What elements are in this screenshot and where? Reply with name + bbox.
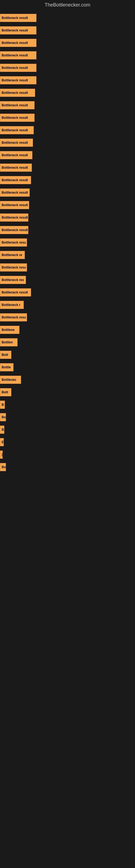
bar-row: E — [0, 437, 135, 447]
bottleneck-bar: Bo — [0, 463, 6, 471]
bar-label: Bottleneck result — [2, 203, 28, 207]
bar-row: Bottleneck result — [0, 125, 135, 135]
bar-row: Bott — [0, 350, 135, 360]
bar-label: Bottleneck result — [2, 103, 28, 107]
bar-label: Bottleneck result — [2, 66, 28, 70]
bottleneck-bar: Bottleneck res — [0, 276, 26, 284]
bottleneck-bar: Bottleneck result — [0, 138, 33, 147]
bar-label: Bottleneck result — [2, 116, 28, 120]
bar-label: Bottleneck resu — [2, 241, 26, 244]
bar-row: Bott — [0, 387, 135, 397]
bar-row: Bottleneck r — [0, 300, 135, 310]
bar-label: E — [2, 440, 3, 444]
bottleneck-bar: Bott — [0, 388, 11, 396]
site-title: TheBottlenecker.com — [0, 0, 135, 10]
bar-row: Bottleneck result — [0, 88, 135, 98]
bottleneck-bar: Bottleneck r — [0, 301, 24, 309]
bar-label: Bottleneck result — [2, 91, 28, 95]
bar-label: Bottleneck result — [2, 41, 28, 45]
bar-label: Bo — [2, 415, 6, 419]
bottleneck-bar: Bottlen — [0, 338, 17, 346]
bottleneck-bar: Bottleneck result — [0, 89, 35, 97]
bar-label: Bottleneck result — [2, 29, 28, 32]
bar-label: Bottleneck result — [2, 79, 28, 82]
bottleneck-bar: Bott — [0, 351, 11, 359]
bottleneck-bar: Bottlene — [0, 326, 19, 334]
bar-label: Bottleneck result — [2, 216, 28, 219]
bar-label: Bottleneck result — [2, 191, 28, 194]
bottleneck-bar: Bottleneck result — [0, 163, 32, 172]
bar-label: | — [2, 453, 2, 457]
bottleneck-bar: Bottleneck result — [0, 114, 35, 122]
bar-row: Bottle — [0, 362, 135, 372]
bottleneck-bar: Bottleneck result — [0, 126, 34, 134]
bar-row: Bottleneck result — [0, 175, 135, 185]
bar-row: Bottleneck result — [0, 187, 135, 198]
bottleneck-bar: Bottleneck result — [0, 14, 37, 22]
bar-row: B — [0, 400, 135, 410]
bottleneck-bar: | — [0, 451, 3, 459]
bottleneck-bar: B — [0, 401, 5, 409]
bar-row: Bottleneck res — [0, 275, 135, 285]
bottleneck-bar: Bottlenec — [0, 376, 21, 384]
bar-label: Bo — [2, 465, 6, 469]
bar-label: Bottle — [2, 365, 11, 369]
bottleneck-bar: E — [0, 438, 4, 446]
bar-label: Bottleneck result — [2, 153, 28, 157]
bar-label: Bottleneck result — [2, 141, 28, 145]
bottleneck-bar: Bottleneck result — [0, 151, 32, 159]
bottleneck-bar: Bottleneck result — [0, 226, 28, 234]
site-title-text: TheBottlenecker.com — [45, 2, 90, 8]
bars-container: Bottleneck resultBottleneck resultBottle… — [0, 10, 135, 477]
bar-row: Bottleneck result — [0, 212, 135, 223]
bar-row: Bottleneck result — [0, 63, 135, 73]
bar-row: Bottleneck re — [0, 250, 135, 260]
bar-row: Bottleneck result — [0, 25, 135, 35]
bottleneck-bar: Bottleneck resu — [0, 313, 27, 321]
bottleneck-bar: Bottleneck result — [0, 64, 37, 72]
bar-label: B — [2, 428, 4, 432]
bar-label: Bottlen — [2, 340, 13, 344]
bar-row: Bottleneck resu — [0, 262, 135, 273]
bar-row: Bottlen — [0, 337, 135, 347]
bar-label: Bottleneck res — [2, 278, 24, 282]
bar-row: Bottleneck result — [0, 150, 135, 160]
bottleneck-bar: Bottle — [0, 363, 13, 371]
bar-label: Bottleneck result — [2, 290, 28, 294]
bar-row: Bottleneck result — [0, 200, 135, 210]
bottleneck-bar: Bottleneck result — [0, 26, 37, 34]
bar-row: Bottleneck result — [0, 225, 135, 235]
bar-row: Bottleneck resu — [0, 237, 135, 248]
bar-label: Bottleneck result — [2, 54, 28, 57]
bar-label: Bott — [2, 353, 8, 357]
bottleneck-bar: Bottleneck result — [0, 188, 30, 197]
bottleneck-bar: B — [0, 426, 4, 434]
bottleneck-bar: Bottleneck result — [0, 39, 37, 47]
bar-row: Bottlenec — [0, 375, 135, 385]
bottleneck-bar: Bottleneck result — [0, 201, 29, 209]
bottleneck-bar: Bottleneck result — [0, 101, 35, 109]
bar-row: Bottleneck resu — [0, 312, 135, 322]
bar-row: Bottleneck result — [0, 162, 135, 173]
bar-row: Bottlene — [0, 325, 135, 335]
bar-label: Bottleneck re — [2, 253, 22, 257]
bar-row: Bottleneck result — [0, 113, 135, 123]
bottleneck-bar: Bottleneck result — [0, 176, 31, 184]
bar-label: Bottleneck r — [2, 303, 20, 307]
bar-label: Bottleneck result — [2, 228, 28, 232]
bar-row: Bottleneck result — [0, 50, 135, 61]
bottleneck-bar: Bottleneck resu — [0, 239, 27, 247]
bar-label: Bottleneck result — [2, 178, 28, 182]
bottleneck-bar: Bottleneck result — [0, 288, 31, 297]
bar-label: B — [2, 403, 4, 407]
bar-row: B — [0, 425, 135, 435]
bar-label: Bottleneck result — [2, 128, 28, 132]
bar-label: Bottleneck resu — [2, 315, 26, 319]
bar-label: Bottleneck result — [2, 16, 28, 20]
bar-label: Bottlene — [2, 328, 14, 332]
bottleneck-bar: Bottleneck re — [0, 251, 25, 259]
bar-label: Bottleneck resu — [2, 266, 26, 269]
bar-row: Bottleneck result — [0, 38, 135, 48]
bottleneck-bar: Bottleneck result — [0, 76, 37, 84]
bottleneck-bar: Bottleneck result — [0, 214, 28, 222]
